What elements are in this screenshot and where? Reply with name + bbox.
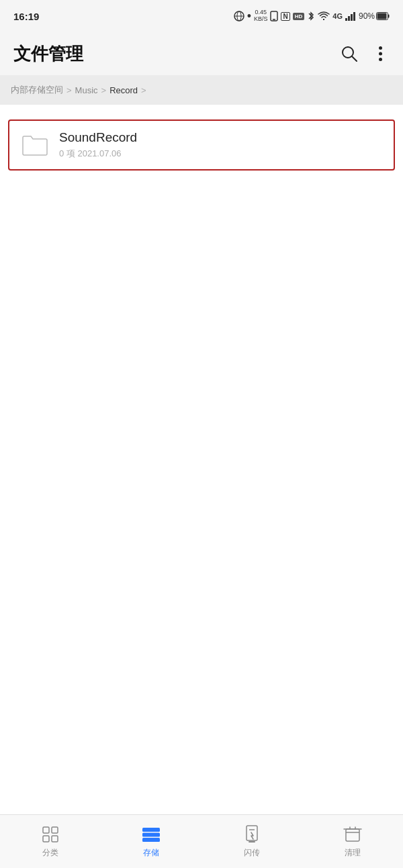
- svg-rect-23: [142, 838, 160, 842]
- svg-rect-7: [351, 14, 353, 21]
- folder-info: SoundRecord 0 项 2021.07.06: [59, 130, 137, 160]
- svg-rect-6: [348, 16, 350, 21]
- nav-label-category: 分类: [42, 847, 58, 859]
- battery-percent: 90%: [359, 11, 375, 21]
- nav-label-storage: 存储: [143, 847, 159, 859]
- svg-point-16: [379, 58, 382, 61]
- nav-label-clean: 清理: [345, 847, 361, 859]
- svg-rect-10: [377, 13, 387, 19]
- folder-item-soundrecord[interactable]: SoundRecord 0 项 2021.07.06: [8, 119, 395, 171]
- more-button[interactable]: [371, 44, 390, 63]
- dot-indicator: •: [247, 10, 251, 22]
- folder-meta: 0 项 2021.07.06: [59, 148, 137, 160]
- 4g-icon: 4G: [332, 12, 343, 20]
- nav-item-flash-transfer[interactable]: 闪传: [225, 825, 279, 859]
- hd-badge: HD: [293, 13, 305, 20]
- folder-name: SoundRecord: [59, 130, 137, 145]
- svg-rect-19: [43, 836, 49, 842]
- battery-icon: 90%: [359, 11, 390, 21]
- breadcrumb-bar: 内部存储空间 > Music > Record >: [0, 75, 403, 105]
- breadcrumb-record[interactable]: Record: [109, 85, 138, 95]
- svg-line-13: [352, 56, 357, 61]
- folder-icon: [20, 130, 50, 160]
- category-icon: [41, 825, 60, 844]
- clean-icon: [343, 825, 362, 844]
- nav-item-clean[interactable]: 清理: [326, 825, 379, 859]
- app-title: 文件管理: [13, 42, 83, 66]
- wifi-icon: [318, 11, 330, 21]
- phone-icon: [270, 11, 278, 21]
- breadcrumb-music[interactable]: Music: [75, 85, 98, 95]
- search-button[interactable]: [340, 44, 359, 63]
- nfc-icon: N: [281, 12, 289, 21]
- content-area: SoundRecord 0 项 2021.07.06: [0, 105, 403, 814]
- svg-rect-8: [353, 12, 355, 21]
- signal-icon: [345, 11, 356, 21]
- breadcrumb-separator-2: >: [101, 85, 107, 95]
- svg-point-14: [379, 46, 382, 50]
- status-time: 16:19: [13, 11, 39, 22]
- svg-rect-27: [346, 829, 359, 841]
- svg-point-15: [379, 52, 382, 56]
- svg-rect-5: [345, 18, 347, 21]
- header-actions: [340, 44, 390, 63]
- nav-item-storage[interactable]: 存储: [124, 825, 178, 859]
- breadcrumb-separator-1: >: [66, 85, 72, 95]
- svg-rect-11: [388, 15, 390, 18]
- svg-rect-20: [52, 836, 58, 842]
- app-header: 文件管理: [0, 32, 403, 75]
- svg-rect-21: [142, 828, 160, 832]
- svg-rect-18: [52, 827, 58, 833]
- bottom-nav: 分类 存储 闪传: [0, 814, 403, 868]
- status-icons: • 0.45 KB/S N HD: [234, 9, 390, 23]
- svg-rect-22: [142, 832, 160, 836]
- storage-icon: [142, 825, 161, 844]
- status-bar: 16:19 • 0.45 KB/S N HD: [0, 0, 403, 32]
- network-speed: 0.45 KB/S: [254, 9, 268, 23]
- breadcrumb-internal-storage[interactable]: 内部存储空间: [11, 84, 63, 96]
- nav-label-flash-transfer: 闪传: [244, 847, 260, 859]
- globe-icon: [234, 11, 244, 21]
- breadcrumb-separator-3: >: [141, 85, 146, 95]
- svg-rect-17: [43, 827, 49, 833]
- flash-transfer-icon: [242, 825, 261, 844]
- bluetooth-icon: [307, 11, 315, 21]
- nav-item-category[interactable]: 分类: [24, 825, 77, 859]
